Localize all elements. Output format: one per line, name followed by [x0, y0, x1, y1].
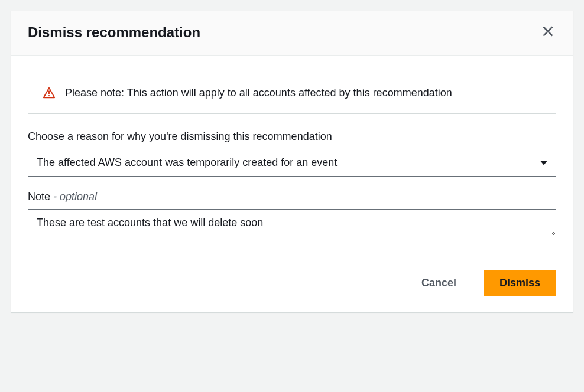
modal-footer: Cancel Dismiss — [11, 253, 573, 312]
reason-form-group: Choose a reason for why you're dismissin… — [28, 130, 556, 177]
note-label-text: Note — [28, 191, 50, 202]
svg-point-3 — [48, 95, 50, 96]
close-button[interactable] — [540, 23, 556, 41]
dismiss-recommendation-modal: Dismiss recommendation Please note: This… — [11, 11, 573, 313]
warning-text: Please note: This action will apply to a… — [65, 85, 452, 101]
close-icon — [542, 25, 554, 39]
modal-body: Please note: This action will apply to a… — [11, 56, 573, 239]
reason-select-wrapper: The affected AWS account was temporarily… — [28, 149, 556, 177]
warning-icon — [43, 86, 56, 102]
cancel-button[interactable]: Cancel — [406, 271, 472, 295]
reason-label: Choose a reason for why you're dismissin… — [28, 130, 556, 143]
modal-title: Dismiss recommendation — [28, 24, 200, 41]
reason-select[interactable]: The affected AWS account was temporarily… — [28, 149, 556, 177]
warning-alert: Please note: This action will apply to a… — [28, 73, 556, 114]
note-form-group: Note - optional — [28, 191, 556, 239]
note-label: Note - optional — [28, 191, 556, 203]
dismiss-button[interactable]: Dismiss — [484, 270, 556, 296]
modal-header: Dismiss recommendation — [11, 11, 573, 56]
note-label-optional: - optional — [50, 191, 97, 202]
note-textarea[interactable] — [28, 209, 556, 236]
